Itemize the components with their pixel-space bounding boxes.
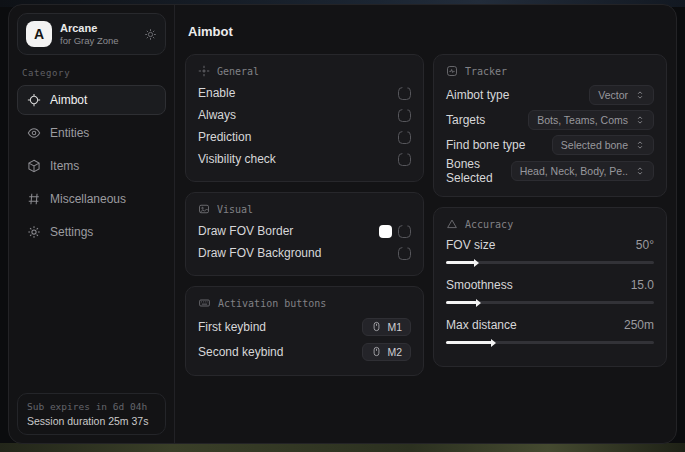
sidebar: A Arcane for Gray Zone Category Aimbot	[9, 5, 175, 443]
smoothness-value: 15.0	[631, 278, 654, 292]
general-card-title: General	[198, 65, 411, 77]
sidebar-item-items[interactable]: Items	[17, 151, 166, 181]
sidebar-item-miscellaneous[interactable]: Miscellaneous	[17, 184, 166, 214]
brand-text: Arcane for Gray Zone	[60, 22, 119, 47]
setting-row: Visibility check	[198, 148, 411, 170]
cheat-menu-window: A Arcane for Gray Zone Category Aimbot	[8, 4, 677, 444]
smoothness-slider[interactable]	[446, 301, 654, 304]
bones-selected-dropdown[interactable]: Head, Neck, Body, Pe..	[511, 161, 654, 181]
brand-subtitle: for Gray Zone	[60, 35, 119, 46]
max-distance-value: 250m	[624, 318, 654, 332]
category-label: Category	[22, 68, 161, 78]
gear-icon	[27, 225, 41, 239]
visibility-check-checkbox[interactable]	[398, 153, 411, 166]
unfold-icon	[635, 166, 645, 176]
tracker-card: Tracker Aimbot type Vector	[433, 54, 667, 197]
sidebar-item-entities[interactable]: Entities	[17, 118, 166, 148]
targets-dropdown[interactable]: Bots, Teams, Coms	[528, 110, 654, 130]
activation-buttons-card: Activation buttons First keybind M1	[185, 286, 424, 376]
draw-fov-background-checkbox[interactable]	[398, 247, 411, 260]
setting-row: Draw FOV Border	[198, 220, 411, 242]
setting-row: Enable	[198, 82, 411, 104]
activity-icon	[446, 65, 458, 77]
always-checkbox[interactable]	[398, 109, 411, 122]
enable-checkbox[interactable]	[398, 87, 411, 100]
sidebar-item-label: Items	[50, 159, 79, 173]
fov-size-slider[interactable]	[446, 261, 654, 264]
sidebar-item-aimbot[interactable]: Aimbot	[17, 85, 166, 115]
session-duration-text: Session duration 25m 37s	[27, 415, 156, 427]
gear-icon[interactable]	[144, 28, 157, 41]
max-distance-slider[interactable]	[446, 341, 654, 344]
accuracy-card-title: Accuracy	[446, 218, 654, 230]
sidebar-item-label: Miscellaneous	[50, 192, 126, 206]
setting-row: Draw FOV Background	[198, 242, 411, 264]
box-icon	[27, 159, 41, 173]
subscription-status-card: Sub expires in 6d 04h Session duration 2…	[17, 393, 166, 435]
draw-fov-border-checkbox[interactable]	[398, 225, 411, 238]
crosshair-icon	[198, 65, 210, 77]
fov-size-setting: FOV size 50°	[446, 235, 654, 264]
brand-name: Arcane	[60, 22, 119, 35]
mouse-icon	[371, 346, 382, 357]
visual-card: Visual Draw FOV Border Draw FOV Backgrou…	[185, 192, 424, 276]
smoothness-setting: Smoothness 15.0	[446, 275, 654, 304]
sidebar-item-label: Entities	[50, 126, 89, 140]
find-bone-type-dropdown[interactable]: Selected bone	[552, 135, 654, 155]
setting-row: Always	[198, 104, 411, 126]
prediction-checkbox[interactable]	[398, 131, 411, 144]
accuracy-card: Accuracy FOV size 50° Smoothness	[433, 207, 667, 367]
setting-row: Targets Bots, Teams, Coms	[446, 107, 654, 132]
eye-icon	[27, 126, 41, 140]
fov-size-value: 50°	[636, 238, 654, 252]
sub-expires-text: Sub expires in 6d 04h	[27, 401, 156, 412]
sidebar-item-settings[interactable]: Settings	[17, 217, 166, 247]
unfold-icon	[635, 140, 645, 150]
setting-row: Prediction	[198, 126, 411, 148]
page-title: Aimbot	[188, 24, 667, 39]
setting-row: Bones Selected Head, Neck, Body, Pe..	[446, 157, 654, 185]
max-distance-setting: Max distance 250m	[446, 315, 654, 344]
game-background-bottom	[0, 443, 685, 452]
tracker-card-title: Tracker	[446, 65, 654, 77]
brand-logo: A	[26, 21, 52, 47]
triangle-icon	[446, 218, 458, 230]
sidebar-item-label: Aimbot	[50, 93, 87, 107]
general-card: General Enable Always Prediction	[185, 54, 424, 182]
first-keybind-button[interactable]: M1	[362, 318, 411, 336]
crosshair-icon	[27, 93, 41, 107]
setting-row: First keybind M1	[198, 314, 411, 339]
fov-border-color-swatch[interactable]	[379, 225, 392, 238]
image-icon	[198, 203, 210, 215]
sidebar-item-label: Settings	[50, 225, 93, 239]
hash-icon	[27, 192, 41, 206]
mouse-icon	[371, 321, 382, 332]
unfold-icon	[635, 115, 645, 125]
setting-row: Second keybind M2	[198, 339, 411, 364]
second-keybind-button[interactable]: M2	[362, 343, 411, 361]
setting-row: Aimbot type Vector	[446, 82, 654, 107]
brand-header: A Arcane for Gray Zone	[17, 13, 166, 55]
activation-card-title: Activation buttons	[198, 297, 411, 309]
unfold-icon	[635, 90, 645, 100]
keyboard-icon	[198, 297, 211, 309]
main-content: Aimbot General Enable	[175, 5, 676, 443]
aimbot-type-dropdown[interactable]: Vector	[589, 85, 654, 105]
visual-card-title: Visual	[198, 203, 411, 215]
setting-row: Find bone type Selected bone	[446, 132, 654, 157]
